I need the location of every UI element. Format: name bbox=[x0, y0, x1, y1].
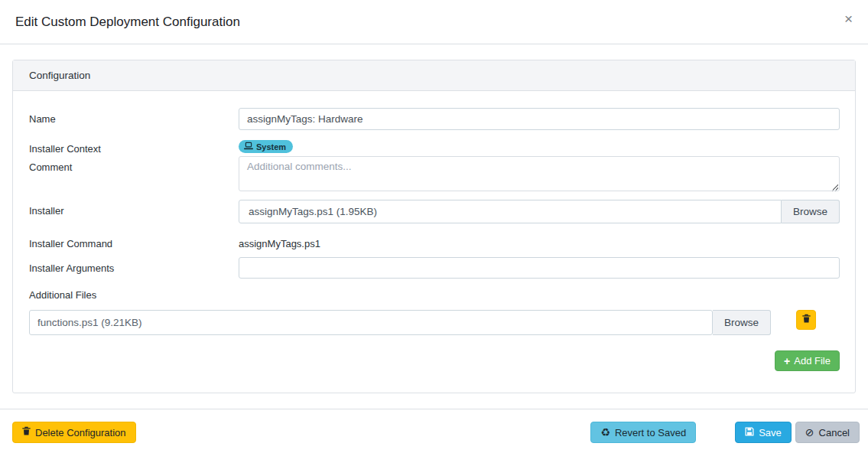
name-input[interactable] bbox=[239, 108, 840, 130]
delete-configuration-label: Delete Configuration bbox=[35, 427, 126, 438]
revert-to-saved-button[interactable]: ♻ Revert to Saved bbox=[590, 422, 696, 443]
panel-body: Name Installer Context bbox=[13, 91, 855, 393]
installer-arguments-row: Installer Arguments bbox=[29, 257, 840, 279]
additional-file-input[interactable] bbox=[29, 310, 713, 335]
ban-icon: ⊘ bbox=[805, 427, 814, 438]
cancel-button-label: Cancel bbox=[819, 427, 850, 438]
modal-body: Configuration Name Installer Context bbox=[0, 44, 868, 409]
installer-label: Installer bbox=[29, 200, 239, 217]
system-context-badge-label: System bbox=[256, 142, 286, 152]
installer-arguments-input[interactable] bbox=[239, 257, 840, 279]
installer-command-value: assignMyTags.ps1 bbox=[239, 233, 840, 249]
save-floppy-icon bbox=[745, 427, 754, 438]
laptop-icon bbox=[244, 142, 253, 152]
installer-row: Installer Browse bbox=[29, 200, 840, 223]
revert-to-saved-label: Revert to Saved bbox=[615, 427, 686, 438]
add-file-button[interactable]: + Add File bbox=[775, 350, 840, 371]
modal-footer: Delete Configuration ♻ Revert to Saved S… bbox=[0, 409, 868, 453]
installer-context-row: Installer Context System bbox=[29, 137, 840, 155]
installer-browse-button[interactable]: Browse bbox=[782, 200, 840, 223]
installer-context-label: Installer Context bbox=[29, 137, 239, 155]
installer-command-label: Installer Command bbox=[29, 233, 239, 249]
trash-icon bbox=[802, 314, 811, 326]
modal-title: Edit Custom Deployment Configuration bbox=[15, 15, 240, 30]
comment-textarea[interactable] bbox=[239, 156, 840, 191]
plus-icon: + bbox=[784, 356, 790, 367]
trash-icon bbox=[22, 426, 31, 438]
modal-header: Edit Custom Deployment Configuration × bbox=[0, 0, 868, 44]
add-file-row: + Add File bbox=[29, 350, 840, 371]
panel-header: Configuration bbox=[13, 60, 855, 91]
edit-custom-deployment-configuration-modal: Edit Custom Deployment Configuration × C… bbox=[0, 0, 868, 453]
cancel-button[interactable]: ⊘ Cancel bbox=[795, 422, 860, 443]
comment-label: Comment bbox=[29, 156, 239, 173]
save-button-label: Save bbox=[759, 427, 782, 438]
additional-file-browse-button[interactable]: Browse bbox=[713, 310, 771, 335]
recycle-icon: ♻ bbox=[600, 427, 610, 438]
delete-file-button[interactable] bbox=[796, 310, 816, 330]
installer-arguments-label: Installer Arguments bbox=[29, 257, 239, 274]
save-button[interactable]: Save bbox=[735, 422, 792, 443]
name-label: Name bbox=[29, 108, 239, 125]
additional-files-label: Additional Files bbox=[29, 289, 840, 301]
installer-file-input[interactable] bbox=[239, 200, 782, 223]
configuration-panel: Configuration Name Installer Context bbox=[12, 60, 856, 393]
system-context-badge: System bbox=[239, 140, 293, 153]
name-row: Name bbox=[29, 108, 840, 130]
installer-command-row: Installer Command assignMyTags.ps1 bbox=[29, 233, 840, 249]
add-file-button-label: Add File bbox=[794, 355, 831, 367]
comment-row: Comment bbox=[29, 156, 840, 194]
additional-file-row: Browse bbox=[29, 310, 840, 335]
delete-configuration-button[interactable]: Delete Configuration bbox=[12, 422, 136, 443]
close-icon[interactable]: × bbox=[841, 8, 856, 29]
